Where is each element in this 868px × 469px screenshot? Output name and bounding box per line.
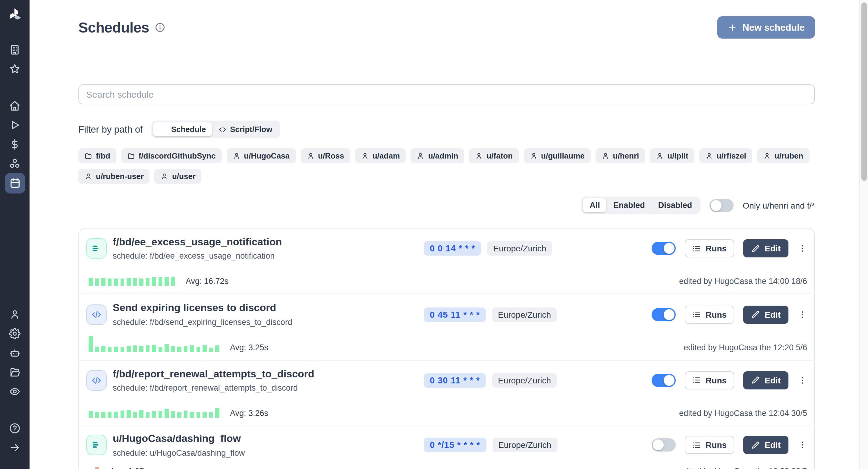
owner-chip-f-discordGithubSync[interactable]: f/discordGithubSync bbox=[121, 148, 222, 163]
run-bar[interactable] bbox=[89, 411, 93, 418]
run-bar[interactable] bbox=[196, 412, 200, 418]
owner-chip-u-guillaume[interactable]: u/guillaume bbox=[524, 148, 590, 163]
run-bar[interactable] bbox=[203, 345, 207, 352]
sidebar-item-gear[interactable] bbox=[6, 325, 23, 342]
enabled-toggle[interactable] bbox=[651, 308, 675, 321]
edit-button[interactable]: Edit bbox=[743, 371, 788, 389]
runs-button[interactable]: Runs bbox=[684, 305, 734, 323]
run-bar[interactable] bbox=[133, 345, 137, 352]
run-bar[interactable] bbox=[120, 410, 124, 418]
run-bar[interactable] bbox=[190, 345, 194, 352]
run-bar[interactable] bbox=[139, 279, 143, 286]
run-bar[interactable] bbox=[158, 347, 162, 352]
runs-button[interactable]: Runs bbox=[684, 371, 734, 389]
run-bar[interactable] bbox=[89, 278, 93, 286]
run-bar[interactable] bbox=[177, 347, 181, 352]
sidebar-item-play[interactable] bbox=[6, 116, 23, 133]
run-bar[interactable] bbox=[133, 278, 137, 286]
new-schedule-button[interactable]: New schedule bbox=[717, 16, 815, 39]
owner-chip-u-Ross[interactable]: u/Ross bbox=[301, 148, 350, 163]
only-henri-switch[interactable] bbox=[710, 199, 734, 212]
run-bar[interactable] bbox=[95, 347, 99, 352]
windmill-logo-icon[interactable] bbox=[6, 7, 23, 24]
edit-button[interactable]: Edit bbox=[743, 305, 788, 323]
run-bar[interactable] bbox=[209, 348, 213, 352]
sidebar-item-building[interactable] bbox=[6, 41, 23, 58]
sidebar-item-home[interactable] bbox=[6, 97, 23, 114]
run-bar[interactable] bbox=[146, 412, 150, 418]
kebab-menu-icon[interactable] bbox=[798, 374, 807, 387]
run-bar[interactable] bbox=[190, 412, 194, 418]
run-bar[interactable] bbox=[89, 336, 93, 352]
sidebar-item-boxes[interactable] bbox=[6, 155, 23, 172]
run-bar[interactable] bbox=[152, 278, 156, 286]
enabled-toggle[interactable] bbox=[651, 439, 675, 452]
search-input[interactable] bbox=[79, 84, 815, 104]
run-bar[interactable] bbox=[95, 467, 99, 469]
run-bar[interactable] bbox=[164, 344, 168, 352]
sidebar-item-eye[interactable] bbox=[6, 383, 23, 400]
owner-chip-u-henri[interactable]: u/henri bbox=[595, 148, 645, 163]
run-bar[interactable] bbox=[152, 411, 156, 418]
run-bar[interactable] bbox=[101, 346, 105, 352]
owner-chip-u-ruben[interactable]: u/ruben bbox=[757, 148, 809, 163]
scrollbar[interactable] bbox=[859, 0, 868, 469]
owner-chip-u-user[interactable]: u/user bbox=[155, 169, 202, 184]
run-bar[interactable] bbox=[120, 347, 124, 352]
kebab-menu-icon[interactable] bbox=[798, 439, 807, 452]
path-filter-script-flow-option[interactable]: Script/Flow bbox=[212, 122, 278, 136]
run-bar[interactable] bbox=[114, 412, 118, 418]
run-bar[interactable] bbox=[107, 412, 112, 418]
sidebar-item-folder-open[interactable] bbox=[6, 364, 23, 380]
run-bar[interactable] bbox=[127, 410, 130, 418]
run-bar[interactable] bbox=[139, 410, 143, 418]
run-bar[interactable] bbox=[171, 411, 175, 418]
run-bar[interactable] bbox=[215, 408, 219, 418]
path-filter-schedule-option[interactable]: Schedule bbox=[153, 122, 212, 136]
info-icon[interactable] bbox=[155, 22, 165, 33]
status-filter-disabled[interactable]: Disabled bbox=[652, 198, 699, 212]
schedule-name[interactable]: f/bd/ee_excess_usage_notification bbox=[113, 236, 424, 249]
run-bar[interactable] bbox=[184, 410, 187, 418]
run-bar[interactable] bbox=[158, 411, 162, 418]
owner-chip-u-admin[interactable]: u/admin bbox=[411, 148, 464, 163]
runs-button[interactable]: Runs bbox=[684, 239, 734, 257]
runs-history-bars[interactable] bbox=[89, 269, 175, 286]
run-bar[interactable] bbox=[209, 412, 213, 418]
enabled-toggle[interactable] bbox=[651, 374, 675, 387]
runs-history-bars[interactable] bbox=[89, 335, 219, 352]
run-bar[interactable] bbox=[158, 278, 162, 286]
run-bar[interactable] bbox=[171, 277, 175, 286]
schedule-name[interactable]: u/HugoCasa/dashing_flow bbox=[113, 433, 424, 445]
run-bar[interactable] bbox=[101, 412, 105, 418]
sidebar-item-calendar[interactable] bbox=[4, 173, 25, 193]
run-bar[interactable] bbox=[114, 347, 118, 352]
run-bar[interactable] bbox=[146, 345, 150, 352]
run-bar[interactable] bbox=[95, 279, 99, 286]
runs-history-bars[interactable] bbox=[89, 401, 219, 418]
schedule-name[interactable]: f/bd/report_renewal_attempts_to_discord bbox=[113, 368, 424, 381]
runs-button[interactable]: Runs bbox=[684, 436, 734, 454]
run-bar[interactable] bbox=[133, 412, 137, 418]
run-bar[interactable] bbox=[101, 278, 105, 286]
edit-button[interactable]: Edit bbox=[743, 436, 788, 454]
run-bar[interactable] bbox=[164, 409, 168, 418]
owner-chip-u-HugoCasa[interactable]: u/HugoCasa bbox=[226, 148, 296, 163]
owner-chip-f-bd[interactable]: f/bd bbox=[79, 148, 116, 163]
sidebar-item-bot[interactable] bbox=[6, 344, 23, 361]
status-filter-enabled[interactable]: Enabled bbox=[607, 198, 652, 212]
run-bar[interactable] bbox=[127, 346, 130, 352]
run-bar[interactable] bbox=[152, 345, 156, 352]
owner-chip-u-adam[interactable]: u/adam bbox=[355, 148, 406, 163]
owner-chip-u-ruben-user[interactable]: u/ruben-user bbox=[79, 169, 150, 184]
run-bar[interactable] bbox=[107, 279, 112, 286]
run-bar[interactable] bbox=[215, 345, 219, 352]
enabled-toggle[interactable] bbox=[651, 242, 675, 255]
sidebar-item-help[interactable] bbox=[6, 419, 23, 436]
run-bar[interactable] bbox=[114, 279, 118, 286]
runs-history-bars[interactable] bbox=[89, 459, 99, 469]
run-bar[interactable] bbox=[120, 279, 124, 286]
scrollbar-thumb[interactable] bbox=[861, 2, 867, 181]
run-bar[interactable] bbox=[177, 412, 181, 418]
owner-chip-u-rfiszel[interactable]: u/rfiszel bbox=[699, 148, 752, 163]
